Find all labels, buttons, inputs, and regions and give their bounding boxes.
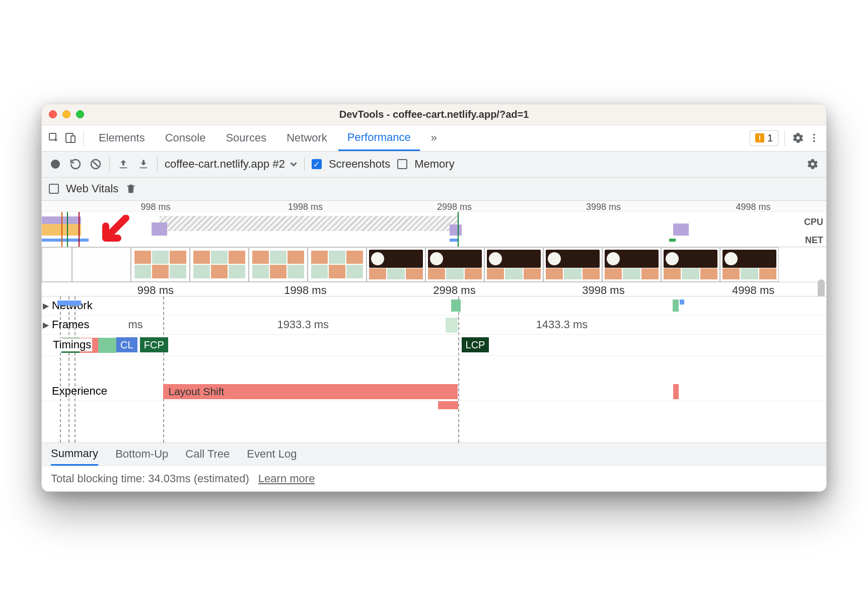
track-timings[interactable]: Timings CL FCP LCP <box>42 335 826 356</box>
learn-more-link[interactable]: Learn more <box>258 472 315 485</box>
kebab-menu-icon[interactable] <box>807 131 821 145</box>
ruler-tick: 998 ms <box>140 202 170 212</box>
device-toggle-icon[interactable] <box>63 131 77 145</box>
tab-call-tree[interactable]: Call Tree <box>185 448 230 461</box>
recording-selector[interactable]: coffee-cart.netlify.app #2 <box>165 158 297 171</box>
track-frames[interactable]: ▶ Frames ms 1933.3 ms 1433.3 ms <box>42 316 826 335</box>
screenshot-filmstrip[interactable] <box>42 247 826 282</box>
filmstrip-frame[interactable] <box>602 247 661 282</box>
track-label: Timings <box>52 338 92 351</box>
warning-icon: ! <box>755 133 764 142</box>
filmstrip-frame[interactable] <box>661 247 720 282</box>
filmstrip-frame[interactable] <box>720 247 779 282</box>
cpu-lane-label: CPU <box>804 217 823 228</box>
tab-summary[interactable]: Summary <box>51 443 98 466</box>
record-button[interactable] <box>49 158 62 171</box>
track-experience-row2 <box>42 401 826 412</box>
svg-point-5 <box>813 140 815 142</box>
svg-point-4 <box>813 137 815 139</box>
web-vitals-checkbox[interactable] <box>49 184 59 194</box>
layout-shift-bar[interactable] <box>673 384 679 399</box>
issues-count: 1 <box>767 132 773 144</box>
memory-label: Memory <box>414 158 454 171</box>
ruler-tick: 3998 ms <box>582 284 624 297</box>
filmstrip-frame[interactable] <box>131 247 190 282</box>
titlebar: DevTools - coffee-cart.netlify.app/?ad=1 <box>42 104 826 125</box>
svg-rect-2 <box>71 136 75 142</box>
tab-event-log[interactable]: Event Log <box>247 448 297 461</box>
filmstrip-frame[interactable] <box>42 247 72 282</box>
inspect-icon[interactable] <box>47 131 61 145</box>
ruler-tick: 3998 ms <box>586 202 621 212</box>
reload-button[interactable] <box>69 158 82 171</box>
ruler-tick: 998 ms <box>137 284 174 297</box>
frame-time-b: 1933.3 ms <box>277 318 329 331</box>
delete-icon[interactable] <box>125 183 136 194</box>
memory-checkbox[interactable] <box>397 159 407 169</box>
ruler-tick: 4998 ms <box>732 284 774 297</box>
filmstrip-frame[interactable] <box>425 247 484 282</box>
track-label: Frames <box>52 318 90 331</box>
issues-badge[interactable]: ! 1 <box>750 130 778 146</box>
filmstrip-frame[interactable] <box>308 247 367 282</box>
timing-badge-fcp[interactable]: FCP <box>140 337 168 352</box>
track-spacer <box>42 356 826 382</box>
svg-point-6 <box>51 160 60 169</box>
filmstrip-frame[interactable] <box>249 247 308 282</box>
ruler-tick: 1998 ms <box>284 284 326 297</box>
svg-point-3 <box>813 134 815 136</box>
capture-settings-icon[interactable] <box>806 158 819 171</box>
hatched-region <box>160 216 458 231</box>
ruler-tick: 2998 ms <box>433 284 475 297</box>
timing-badge-cls[interactable]: CL <box>116 337 137 352</box>
download-button[interactable] <box>137 158 150 171</box>
tab-more[interactable]: » <box>422 125 446 151</box>
tab-sources[interactable]: Sources <box>216 125 275 151</box>
overview-ruler: 998 ms 1998 ms 2998 ms 3998 ms 4998 ms <box>42 201 826 212</box>
screenshots-label: Screenshots <box>329 158 390 171</box>
tab-bottom-up[interactable]: Bottom-Up <box>115 448 168 461</box>
web-vitals-label: Web Vitals <box>66 182 118 195</box>
screenshots-checkbox[interactable]: ✓ <box>312 159 322 169</box>
frame-time-c: 1433.3 ms <box>536 318 588 331</box>
upload-button[interactable] <box>117 158 130 171</box>
filmstrip-frame[interactable] <box>484 247 543 282</box>
chevron-down-icon <box>290 161 297 168</box>
performance-toolbar-2: Web Vitals <box>42 178 826 201</box>
tab-performance[interactable]: Performance <box>338 125 420 151</box>
filmstrip-frame[interactable] <box>543 247 602 282</box>
recording-name: coffee-cart.netlify.app #2 <box>165 158 285 171</box>
timing-badge-lcp[interactable]: LCP <box>462 337 489 352</box>
tab-network[interactable]: Network <box>277 125 336 151</box>
expand-icon[interactable]: ▶ <box>43 320 49 330</box>
layout-shift-bar[interactable]: Layout Shift <box>163 384 457 399</box>
tab-console[interactable]: Console <box>156 125 215 151</box>
summary-pane: Total blocking time: 34.03ms (estimated)… <box>42 466 826 491</box>
overview-body[interactable]: CPU NET <box>42 212 826 247</box>
track-network[interactable]: ▶ Network <box>42 296 826 316</box>
performance-toolbar: coffee-cart.netlify.app #2 ✓ Screenshots… <box>42 152 826 178</box>
annotation-arrow-icon <box>97 215 130 245</box>
flamechart-ruler: 998 ms 1998 ms 2998 ms 3998 ms 4998 ms <box>42 282 826 296</box>
filmstrip-frame[interactable] <box>367 247 425 282</box>
track-experience[interactable]: Experience Layout Shift <box>42 382 826 401</box>
ruler-tick: 2998 ms <box>437 202 472 212</box>
window-title: DevTools - coffee-cart.netlify.app/?ad=1 <box>42 109 826 120</box>
clear-button[interactable] <box>89 158 102 171</box>
filmstrip-frame[interactable] <box>190 247 249 282</box>
expand-icon[interactable]: ▶ <box>43 301 49 311</box>
tab-elements[interactable]: Elements <box>90 125 154 151</box>
details-tabbar: Summary Bottom-Up Call Tree Event Log <box>42 442 826 466</box>
ruler-tick: 4998 ms <box>736 202 771 212</box>
flamechart-tracks[interactable]: ▶ Network ▶ Frames ms 1933.3 ms 1433.3 m… <box>42 296 826 442</box>
devtools-tabbar: Elements Console Sources Network Perform… <box>42 125 826 152</box>
filmstrip-frame[interactable] <box>72 247 131 282</box>
net-lane-label: NET <box>805 235 823 246</box>
overview-pane[interactable]: 998 ms 1998 ms 2998 ms 3998 ms 4998 ms C… <box>42 201 826 247</box>
frame-time-a: ms <box>128 318 142 331</box>
devtools-window: DevTools - coffee-cart.netlify.app/?ad=1… <box>41 104 827 492</box>
track-label: Experience <box>52 385 107 398</box>
total-blocking-time: Total blocking time: 34.03ms (estimated) <box>51 472 249 485</box>
settings-icon[interactable] <box>791 131 805 145</box>
ruler-tick: 1998 ms <box>288 202 323 212</box>
